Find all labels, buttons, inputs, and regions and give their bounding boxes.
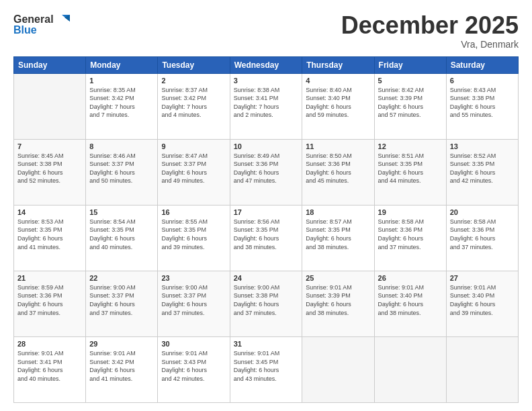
cell-2-5: 19Sunrise: 8:58 AM Sunset: 3:36 PM Dayli…	[374, 205, 446, 271]
day-info-0-3: Sunrise: 8:38 AM Sunset: 3:41 PM Dayligh…	[234, 86, 299, 120]
day-info-3-1: Sunrise: 9:00 AM Sunset: 3:37 PM Dayligh…	[89, 283, 154, 317]
calendar-subtitle: Vra, Denmark	[341, 39, 519, 50]
cell-1-3: 10Sunrise: 8:49 AM Sunset: 3:36 PM Dayli…	[230, 139, 302, 205]
day-number-4-0: 28	[17, 340, 82, 348]
day-number-1-4: 11	[306, 142, 370, 150]
logo-blue: Blue	[13, 24, 37, 36]
day-number-3-1: 22	[89, 274, 154, 282]
day-number-0-1: 1	[89, 77, 154, 85]
cell-4-0: 28Sunrise: 9:01 AM Sunset: 3:41 PM Dayli…	[14, 336, 86, 402]
header: General Blue December 2025 Vra, Denmark	[13, 12, 519, 50]
day-number-3-0: 21	[17, 274, 82, 282]
cell-0-6: 6Sunrise: 8:43 AM Sunset: 3:38 PM Daylig…	[446, 73, 518, 139]
cell-2-0: 14Sunrise: 8:53 AM Sunset: 3:35 PM Dayli…	[14, 205, 86, 271]
day-info-0-1: Sunrise: 8:35 AM Sunset: 3:42 PM Dayligh…	[89, 86, 154, 120]
day-number-1-0: 7	[17, 142, 82, 150]
cell-0-3: 3Sunrise: 8:38 AM Sunset: 3:41 PM Daylig…	[230, 73, 302, 139]
day-number-0-3: 3	[234, 77, 299, 85]
day-number-2-1: 15	[89, 208, 154, 216]
cell-0-2: 2Sunrise: 8:37 AM Sunset: 3:42 PM Daylig…	[158, 73, 230, 139]
calendar-title: December 2025	[341, 12, 519, 39]
day-number-2-4: 18	[306, 208, 370, 216]
header-row: Sunday Monday Tuesday Wednesday Thursday…	[14, 56, 519, 73]
logo: General Blue	[13, 12, 70, 36]
cell-3-6: 27Sunrise: 9:01 AM Sunset: 3:40 PM Dayli…	[446, 271, 518, 336]
day-info-2-0: Sunrise: 8:53 AM Sunset: 3:35 PM Dayligh…	[17, 218, 82, 251]
day-info-3-3: Sunrise: 9:00 AM Sunset: 3:38 PM Dayligh…	[234, 283, 299, 317]
day-info-1-6: Sunrise: 8:52 AM Sunset: 3:35 PM Dayligh…	[450, 152, 515, 185]
day-number-1-2: 9	[161, 142, 226, 150]
logo-bird-icon	[55, 12, 70, 27]
cell-1-6: 13Sunrise: 8:52 AM Sunset: 3:35 PM Dayli…	[446, 139, 518, 205]
day-number-2-0: 14	[17, 208, 82, 216]
day-info-1-4: Sunrise: 8:50 AM Sunset: 3:36 PM Dayligh…	[306, 152, 370, 185]
cell-2-1: 15Sunrise: 8:54 AM Sunset: 3:35 PM Dayli…	[86, 205, 158, 271]
day-number-0-6: 6	[450, 77, 515, 85]
day-number-0-2: 2	[161, 77, 226, 85]
calendar-table: Sunday Monday Tuesday Wednesday Thursday…	[13, 56, 519, 403]
day-info-1-2: Sunrise: 8:47 AM Sunset: 3:37 PM Dayligh…	[161, 152, 226, 185]
day-number-2-3: 17	[234, 208, 299, 216]
cell-2-2: 16Sunrise: 8:55 AM Sunset: 3:35 PM Dayli…	[158, 205, 230, 271]
week-row-1: 7Sunrise: 8:45 AM Sunset: 3:38 PM Daylig…	[14, 139, 519, 205]
cell-4-2: 30Sunrise: 9:01 AM Sunset: 3:43 PM Dayli…	[158, 336, 230, 402]
cell-4-1: 29Sunrise: 9:01 AM Sunset: 3:42 PM Dayli…	[86, 336, 158, 402]
day-number-2-5: 19	[378, 208, 443, 216]
day-info-2-2: Sunrise: 8:55 AM Sunset: 3:35 PM Dayligh…	[161, 218, 226, 251]
day-info-4-3: Sunrise: 9:01 AM Sunset: 3:45 PM Dayligh…	[234, 349, 299, 383]
day-info-3-2: Sunrise: 9:00 AM Sunset: 3:37 PM Dayligh…	[161, 283, 226, 317]
day-info-2-1: Sunrise: 8:54 AM Sunset: 3:35 PM Dayligh…	[89, 218, 154, 251]
day-info-1-0: Sunrise: 8:45 AM Sunset: 3:38 PM Dayligh…	[17, 152, 82, 185]
day-number-2-6: 20	[450, 208, 515, 216]
day-info-0-2: Sunrise: 8:37 AM Sunset: 3:42 PM Dayligh…	[161, 86, 226, 120]
day-info-1-3: Sunrise: 8:49 AM Sunset: 3:36 PM Dayligh…	[234, 152, 299, 185]
day-number-1-5: 12	[378, 142, 443, 150]
day-number-0-4: 4	[306, 77, 370, 85]
cell-4-4	[302, 336, 374, 402]
day-number-3-6: 27	[450, 274, 515, 282]
cell-4-5	[374, 336, 446, 402]
cell-0-4: 4Sunrise: 8:40 AM Sunset: 3:40 PM Daylig…	[302, 73, 374, 139]
day-number-1-3: 10	[234, 142, 299, 150]
cell-1-0: 7Sunrise: 8:45 AM Sunset: 3:38 PM Daylig…	[14, 139, 86, 205]
day-number-0-5: 5	[378, 77, 443, 85]
col-monday: Monday	[86, 56, 158, 73]
cell-3-5: 26Sunrise: 9:01 AM Sunset: 3:40 PM Dayli…	[374, 271, 446, 336]
cell-0-1: 1Sunrise: 8:35 AM Sunset: 3:42 PM Daylig…	[86, 73, 158, 139]
day-info-0-4: Sunrise: 8:40 AM Sunset: 3:40 PM Dayligh…	[306, 86, 370, 120]
day-info-3-5: Sunrise: 9:01 AM Sunset: 3:40 PM Dayligh…	[378, 283, 443, 317]
cell-3-4: 25Sunrise: 9:01 AM Sunset: 3:39 PM Dayli…	[302, 271, 374, 336]
day-info-2-3: Sunrise: 8:56 AM Sunset: 3:35 PM Dayligh…	[234, 218, 299, 251]
cell-3-3: 24Sunrise: 9:00 AM Sunset: 3:38 PM Dayli…	[230, 271, 302, 336]
week-row-0: 1Sunrise: 8:35 AM Sunset: 3:42 PM Daylig…	[14, 73, 519, 139]
day-info-0-5: Sunrise: 8:42 AM Sunset: 3:39 PM Dayligh…	[378, 86, 443, 120]
cell-2-4: 18Sunrise: 8:57 AM Sunset: 3:35 PM Dayli…	[302, 205, 374, 271]
page: General Blue December 2025 Vra, Denmark …	[0, 0, 532, 411]
day-info-2-5: Sunrise: 8:58 AM Sunset: 3:36 PM Dayligh…	[378, 218, 443, 251]
day-number-1-1: 8	[89, 142, 154, 150]
day-info-1-1: Sunrise: 8:46 AM Sunset: 3:37 PM Dayligh…	[89, 152, 154, 185]
cell-4-3: 31Sunrise: 9:01 AM Sunset: 3:45 PM Dayli…	[230, 336, 302, 402]
col-thursday: Thursday	[302, 56, 374, 73]
col-tuesday: Tuesday	[158, 56, 230, 73]
cell-4-6	[446, 336, 518, 402]
day-info-3-4: Sunrise: 9:01 AM Sunset: 3:39 PM Dayligh…	[306, 283, 370, 317]
day-info-4-2: Sunrise: 9:01 AM Sunset: 3:43 PM Dayligh…	[161, 349, 226, 383]
day-info-3-0: Sunrise: 8:59 AM Sunset: 3:36 PM Dayligh…	[17, 283, 82, 317]
col-saturday: Saturday	[446, 56, 518, 73]
day-info-2-4: Sunrise: 8:57 AM Sunset: 3:35 PM Dayligh…	[306, 218, 370, 251]
cell-2-6: 20Sunrise: 8:58 AM Sunset: 3:36 PM Dayli…	[446, 205, 518, 271]
day-info-0-6: Sunrise: 8:43 AM Sunset: 3:38 PM Dayligh…	[450, 86, 515, 120]
cell-1-2: 9Sunrise: 8:47 AM Sunset: 3:37 PM Daylig…	[158, 139, 230, 205]
day-info-2-6: Sunrise: 8:58 AM Sunset: 3:36 PM Dayligh…	[450, 218, 515, 251]
col-sunday: Sunday	[14, 56, 86, 73]
cell-0-5: 5Sunrise: 8:42 AM Sunset: 3:39 PM Daylig…	[374, 73, 446, 139]
day-number-4-2: 30	[161, 340, 226, 348]
day-number-1-6: 13	[450, 142, 515, 150]
day-number-3-4: 25	[306, 274, 370, 282]
week-row-4: 28Sunrise: 9:01 AM Sunset: 3:41 PM Dayli…	[14, 336, 519, 402]
title-block: December 2025 Vra, Denmark	[341, 12, 519, 50]
col-friday: Friday	[374, 56, 446, 73]
day-info-4-1: Sunrise: 9:01 AM Sunset: 3:42 PM Dayligh…	[89, 349, 154, 383]
day-number-4-1: 29	[89, 340, 154, 348]
